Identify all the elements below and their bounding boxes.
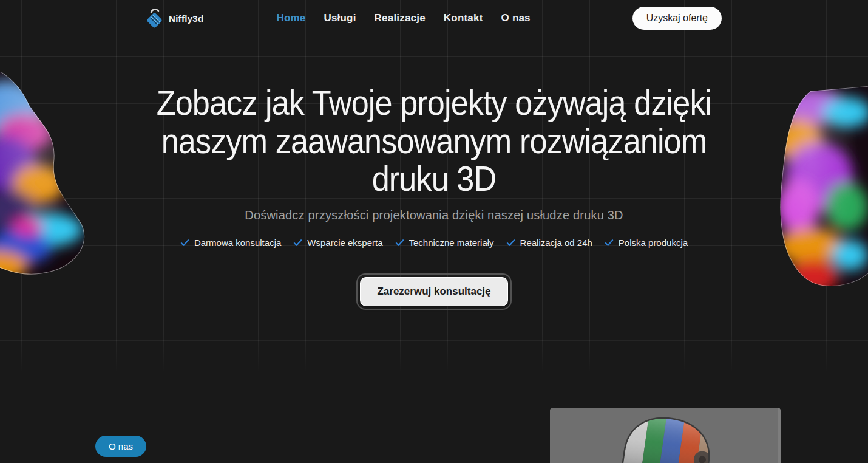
nav-item-o-nas[interactable]: O nas — [501, 12, 531, 24]
hero-title-line-1: Zobacz jak Twoje projekty ożywają dzięki — [44, 84, 825, 122]
brand-logo[interactable]: Niffly3d — [146, 8, 203, 29]
main-nav: Home Usługi Realizacje Kontakt O nas — [276, 12, 530, 24]
feature-label: Polska produkcja — [619, 238, 688, 248]
get-offer-button[interactable]: Uzyskaj ofertę — [632, 7, 722, 30]
feature-label: Wsparcie eksperta — [307, 238, 382, 248]
hero-title-line-2: naszym zaawansowanym rozwiązaniom — [44, 122, 825, 160]
feature-item: Polska produkcja — [605, 238, 688, 248]
feature-item: Techniczne materiały — [395, 238, 494, 248]
feature-label: Darmowa konsultacja — [194, 238, 281, 248]
hero-title-line-3: druku 3D — [44, 160, 825, 198]
printer-illustration — [550, 408, 781, 463]
book-consultation-button[interactable]: Zarezerwuj konsultację — [360, 277, 507, 306]
check-icon — [180, 238, 189, 247]
feature-item: Darmowa konsultacja — [180, 238, 281, 248]
hero-section: Zobacz jak Twoje projekty ożywają dzięki… — [0, 84, 868, 310]
printer-image — [550, 408, 781, 463]
feature-label: Realizacja od 24h — [520, 238, 592, 248]
brand-name: Niffly3d — [169, 13, 203, 24]
page-title: Zobacz jak Twoje projekty ożywają dzięki… — [44, 84, 825, 198]
nav-item-uslugi[interactable]: Usługi — [324, 12, 356, 24]
about-us-button[interactable]: O nas — [95, 436, 146, 457]
feature-item: Realizacja od 24h — [506, 238, 592, 248]
feature-item: Wsparcie eksperta — [293, 238, 382, 248]
brand-logo-icon — [146, 8, 164, 29]
nav-item-kontakt[interactable]: Kontakt — [444, 12, 483, 24]
check-icon — [395, 238, 404, 247]
feature-label: Techniczne materiały — [409, 238, 494, 248]
nav-item-realizacje[interactable]: Realizacje — [375, 12, 426, 24]
check-icon — [293, 238, 302, 247]
hero-subtitle: Doświadcz przyszłości projektowania dzię… — [0, 208, 868, 222]
check-icon — [605, 238, 614, 247]
top-navigation-bar: Niffly3d Home Usługi Realizacje Kontakt … — [0, 0, 868, 36]
feature-list: Darmowa konsultacja Wsparcie eksperta Te… — [0, 238, 868, 248]
cta-button-ring: Zarezerwuj konsultację — [356, 273, 511, 310]
check-icon — [506, 238, 515, 247]
nav-item-home[interactable]: Home — [276, 12, 305, 24]
